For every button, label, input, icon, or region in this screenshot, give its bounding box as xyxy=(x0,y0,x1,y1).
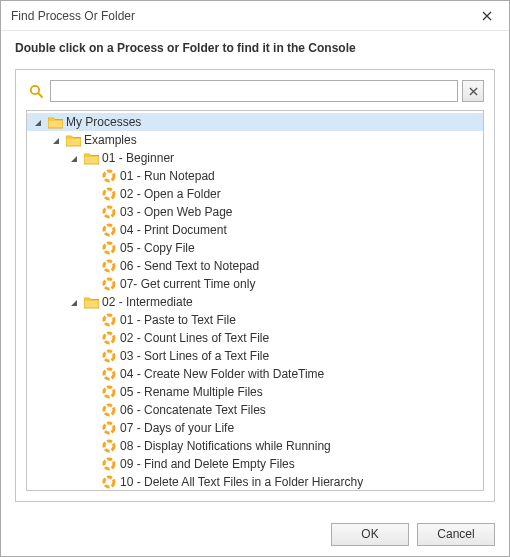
svg-point-7 xyxy=(104,261,114,271)
svg-point-13 xyxy=(104,387,114,397)
node-label: 07- Get current Time only xyxy=(120,277,255,291)
tree-folder[interactable]: Examples xyxy=(27,131,483,149)
folder-icon xyxy=(47,114,63,130)
expander-spacer xyxy=(85,385,99,399)
tree-folder-root[interactable]: My Processes xyxy=(27,113,483,131)
expander-icon[interactable] xyxy=(67,295,81,309)
process-icon xyxy=(101,276,117,292)
process-icon xyxy=(101,384,117,400)
process-icon xyxy=(101,402,117,418)
svg-point-14 xyxy=(104,405,114,415)
svg-point-11 xyxy=(104,351,114,361)
clear-search-button[interactable] xyxy=(462,80,484,102)
expander-icon[interactable] xyxy=(67,151,81,165)
instruction-text: Double click on a Process or Folder to f… xyxy=(1,31,509,63)
node-label: 01 - Run Notepad xyxy=(120,169,215,183)
expander-spacer xyxy=(85,331,99,345)
tree-process[interactable]: 01 - Paste to Text File xyxy=(27,311,483,329)
search-icon xyxy=(26,81,46,101)
expander-spacer xyxy=(85,241,99,255)
tree-process[interactable]: 03 - Sort Lines of a Text File xyxy=(27,347,483,365)
search-input[interactable] xyxy=(50,80,458,102)
process-icon xyxy=(101,168,117,184)
tree-process[interactable]: 01 - Run Notepad xyxy=(27,167,483,185)
expander-spacer xyxy=(85,421,99,435)
node-label: My Processes xyxy=(66,115,141,129)
svg-point-4 xyxy=(104,207,114,217)
svg-point-12 xyxy=(104,369,114,379)
node-label: 09 - Find and Delete Empty Files xyxy=(120,457,295,471)
node-label: 03 - Open Web Page xyxy=(120,205,233,219)
folder-icon xyxy=(65,132,81,148)
tree-process[interactable]: 07- Get current Time only xyxy=(27,275,483,293)
expander-spacer xyxy=(85,205,99,219)
node-label: 03 - Sort Lines of a Text File xyxy=(120,349,269,363)
node-label: 02 - Intermediate xyxy=(102,295,193,309)
tree-process[interactable]: 02 - Count Lines of Text File xyxy=(27,329,483,347)
ok-button[interactable]: OK xyxy=(331,523,409,546)
svg-point-15 xyxy=(104,423,114,433)
tree-process[interactable]: 06 - Send Text to Notepad xyxy=(27,257,483,275)
svg-line-1 xyxy=(38,93,42,97)
svg-point-3 xyxy=(104,189,114,199)
search-row xyxy=(16,70,494,110)
process-icon xyxy=(101,258,117,274)
tree-process[interactable]: 05 - Rename Multiple Files xyxy=(27,383,483,401)
node-label: 05 - Rename Multiple Files xyxy=(120,385,263,399)
svg-point-16 xyxy=(104,441,114,451)
svg-point-10 xyxy=(104,333,114,343)
process-icon xyxy=(101,420,117,436)
tree-process[interactable]: 05 - Copy File xyxy=(27,239,483,257)
node-label: 05 - Copy File xyxy=(120,241,195,255)
tree-process[interactable]: 09 - Find and Delete Empty Files xyxy=(27,455,483,473)
expander-spacer xyxy=(85,457,99,471)
expander-spacer xyxy=(85,223,99,237)
process-icon xyxy=(101,330,117,346)
process-icon xyxy=(101,240,117,256)
node-label: 01 - Beginner xyxy=(102,151,174,165)
tree-process[interactable]: 03 - Open Web Page xyxy=(27,203,483,221)
tree-process[interactable]: 07 - Days of your Life xyxy=(27,419,483,437)
node-label: 04 - Print Document xyxy=(120,223,227,237)
tree-process[interactable]: 02 - Open a Folder xyxy=(27,185,483,203)
tree-process[interactable]: 04 - Print Document xyxy=(27,221,483,239)
svg-point-8 xyxy=(104,279,114,289)
expander-spacer xyxy=(85,277,99,291)
expander-spacer xyxy=(85,313,99,327)
process-icon xyxy=(101,312,117,328)
process-icon xyxy=(101,348,117,364)
node-label: 04 - Create New Folder with DateTime xyxy=(120,367,324,381)
expander-spacer xyxy=(85,169,99,183)
expander-spacer xyxy=(85,439,99,453)
expander-icon[interactable] xyxy=(49,133,63,147)
tree-folder[interactable]: 02 - Intermediate xyxy=(27,293,483,311)
node-label: 02 - Open a Folder xyxy=(120,187,221,201)
process-icon xyxy=(101,366,117,382)
node-label: Examples xyxy=(84,133,137,147)
process-icon xyxy=(101,186,117,202)
tree-folder[interactable]: 01 - Beginner xyxy=(27,149,483,167)
close-icon xyxy=(482,11,492,21)
svg-point-2 xyxy=(104,171,114,181)
close-button[interactable] xyxy=(464,1,509,31)
folder-icon xyxy=(83,150,99,166)
process-icon xyxy=(101,204,117,220)
process-icon xyxy=(101,456,117,472)
node-label: 06 - Send Text to Notepad xyxy=(120,259,259,273)
node-label: 10 - Delete All Text Files in a Folder H… xyxy=(120,475,363,489)
node-label: 07 - Days of your Life xyxy=(120,421,234,435)
dialog-window: Find Process Or Folder Double click on a… xyxy=(0,0,510,557)
main-panel: My ProcessesExamples01 - Beginner01 - Ru… xyxy=(15,69,495,502)
expander-icon[interactable] xyxy=(31,115,45,129)
cancel-button[interactable]: Cancel xyxy=(417,523,495,546)
tree-process[interactable]: 04 - Create New Folder with DateTime xyxy=(27,365,483,383)
titlebar: Find Process Or Folder xyxy=(1,1,509,31)
tree-process[interactable]: 10 - Delete All Text Files in a Folder H… xyxy=(27,473,483,490)
svg-point-17 xyxy=(104,459,114,469)
process-icon xyxy=(101,222,117,238)
tree-process[interactable]: 08 - Display Notifications while Running xyxy=(27,437,483,455)
window-title: Find Process Or Folder xyxy=(11,9,464,23)
node-label: 02 - Count Lines of Text File xyxy=(120,331,269,345)
process-tree[interactable]: My ProcessesExamples01 - Beginner01 - Ru… xyxy=(27,111,483,490)
tree-process[interactable]: 06 - Concatenate Text Files xyxy=(27,401,483,419)
